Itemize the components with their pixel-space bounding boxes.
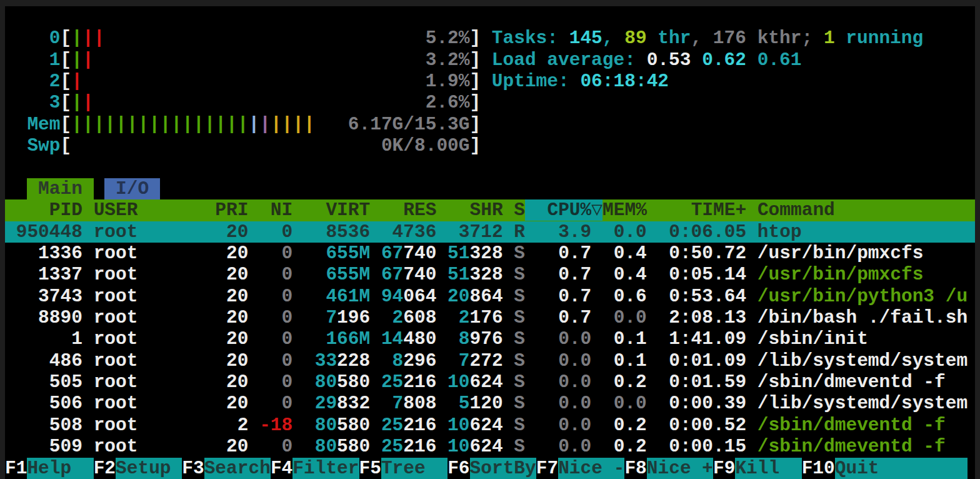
column-header-virt[interactable]: VIRT — [292, 199, 370, 221]
gap — [503, 371, 514, 393]
process-row[interactable]: 506 root 20 0 29832 7808 5120 S 0.0 0.0 … — [5, 393, 975, 414]
fn-kill[interactable]: F9Kill — [713, 458, 802, 479]
cell-res-prefix: 25 — [370, 415, 403, 436]
cell-command: /sbin/dmeventd -f — [758, 371, 968, 393]
cell-cpu: 0.0 — [525, 371, 591, 393]
meter-tick-yellow: | — [271, 114, 282, 135]
process-row[interactable]: 950448 root 20 0 8536 4736 3712 R 3.9 0.… — [5, 221, 975, 243]
column-header-pri[interactable]: PRI — [193, 199, 249, 221]
fn-tree[interactable]: F5Tree — [359, 458, 448, 479]
fn-key: F10 — [802, 458, 835, 479]
cell-res-prefix: 25 — [370, 436, 403, 457]
meter-fill — [104, 28, 425, 49]
cell-pid: 509 — [5, 436, 82, 457]
fn-quit[interactable]: F10Quit — [802, 458, 968, 479]
column-header-cpu-sorted[interactable]: CPU% — [525, 199, 591, 221]
cell-cpu: 0.7 — [525, 264, 591, 285]
meter-label: Mem — [5, 114, 61, 135]
cell-command: /sbin/dmeventd -f — [758, 436, 968, 457]
process-row[interactable]: 1336 root 20 0 655M 67740 51328 S 0.7 0.… — [5, 243, 975, 264]
cell-mem: 0.0 — [602, 221, 647, 243]
fn-nice[interactable]: F7Nice - — [536, 458, 625, 479]
meter-tick-green: | — [149, 114, 160, 135]
cell-user: root — [94, 350, 193, 371]
column-header-pid[interactable]: PID — [5, 199, 82, 221]
process-row[interactable]: 508 root 2 -18 80580 25216 10624 S 0.0 0… — [5, 415, 975, 436]
fn-search[interactable]: F3Search — [182, 458, 271, 479]
fn-sortby[interactable]: F6SortBy — [448, 458, 536, 479]
meter-tick-green: | — [127, 114, 138, 135]
fn-label: SortBy — [470, 458, 536, 479]
column-header-time[interactable]: TIME+ — [647, 199, 746, 221]
meter-tick-yellow: | — [282, 114, 293, 135]
cell-command: /lib/systemd/system — [758, 350, 968, 371]
cell-state: S — [514, 264, 525, 285]
fn-label: Nice + — [647, 458, 713, 479]
process-row[interactable]: 3743 root 20 0 461M 94064 20864 S 0.7 0.… — [5, 286, 975, 307]
cell-state: S — [514, 371, 525, 393]
fn-key: F4 — [271, 458, 292, 479]
gap — [82, 199, 94, 221]
meter-close-bracket: ] — [470, 49, 481, 71]
process-row[interactable]: 8890 root 20 0 7196 2608 2176 S 0.7 0.0 … — [5, 307, 975, 328]
cell-state: S — [514, 307, 525, 328]
cell-shr: 624 — [470, 415, 503, 436]
gap — [591, 350, 602, 371]
cell-ni: 0 — [248, 436, 292, 457]
column-header-ni[interactable]: NI — [248, 199, 292, 221]
gap — [503, 436, 514, 457]
fn-label: Kill — [735, 458, 801, 479]
meter-tick-red: | — [82, 49, 94, 71]
gap — [82, 393, 94, 414]
column-header-s[interactable]: S — [514, 199, 525, 221]
meter-value: 5.2% — [426, 28, 470, 49]
meter-tick-green: | — [104, 114, 116, 135]
fn-setup[interactable]: F2Setup — [94, 458, 182, 479]
meter-tick-green: | — [82, 114, 94, 135]
fn-filter[interactable]: F4Filter — [271, 458, 359, 479]
cell-state: R — [514, 221, 525, 243]
tab-main[interactable]: Main — [27, 178, 93, 199]
cell-time: 0:05.14 — [647, 264, 746, 285]
process-row[interactable]: 505 root 20 0 80580 25216 10624 S 0.0 0.… — [5, 371, 975, 393]
gap — [591, 393, 602, 414]
cell-ni: 0 — [248, 221, 292, 243]
fn-nice[interactable]: F8Nice + — [624, 458, 713, 479]
cell-virt: 461M — [292, 286, 370, 307]
column-header-res[interactable]: RES — [370, 199, 436, 221]
cell-shr-prefix: 10 — [436, 436, 469, 457]
meter-tick-red: | — [71, 71, 82, 92]
column-header-mem[interactable]: MEM% — [602, 199, 647, 221]
cell-cpu: 0.7 — [525, 243, 591, 264]
gap — [591, 243, 602, 264]
process-row[interactable]: 486 root 20 0 33228 8296 7272 S 0.0 0.1 … — [5, 350, 975, 371]
fn-label: Help — [27, 458, 93, 479]
cell-command: /lib/systemd/system — [758, 393, 968, 414]
meter-tick-yellow: | — [292, 114, 304, 135]
meter-close-bracket: ] — [470, 114, 481, 135]
process-row[interactable]: 1 root 20 0 166M 14480 8976 S 0.0 0.1 1:… — [5, 328, 975, 350]
gap — [746, 243, 758, 264]
cell-shr: 624 — [470, 436, 503, 457]
cell-virt-prefix: 29 — [292, 393, 337, 414]
cell-cpu: 3.9 — [525, 221, 591, 243]
meter-label: 0 — [5, 28, 61, 49]
column-header-shr[interactable]: SHR — [436, 199, 502, 221]
tab-io[interactable]: I/O — [104, 178, 160, 199]
summary-segment — [691, 49, 702, 71]
fn-help[interactable]: F1Help — [5, 458, 94, 479]
summary-segment: Load average: — [492, 49, 647, 71]
process-row[interactable]: 509 root 20 0 80580 25216 10624 S 0.0 0.… — [5, 436, 975, 457]
cell-res: 808 — [403, 393, 436, 414]
column-header-user[interactable]: USER — [94, 199, 193, 221]
process-row[interactable]: 1337 root 20 0 655M 67740 51328 S 0.7 0.… — [5, 264, 975, 285]
column-header-cmd[interactable]: Command — [758, 199, 968, 221]
cell-res-prefix: 94 — [370, 286, 403, 307]
cell-mem: 0.4 — [602, 243, 647, 264]
summary-segment: 0.61 — [758, 49, 802, 71]
cell-shr-prefix: 5 — [436, 393, 469, 414]
cell-time: 0:50.72 — [647, 243, 746, 264]
summary-segment: 0.62 — [702, 49, 746, 71]
meter-value: 2.6% — [426, 92, 470, 113]
cell-command: /usr/bin/pmxcfs — [758, 243, 968, 264]
